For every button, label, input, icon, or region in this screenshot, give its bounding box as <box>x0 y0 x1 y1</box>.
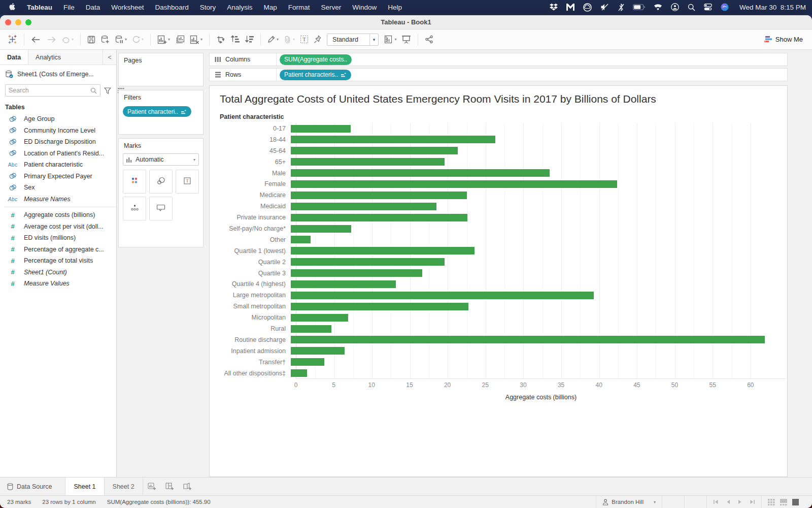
text-label-button[interactable]: T <box>297 34 311 45</box>
category-label[interactable]: Self-pay/No charge* <box>216 225 291 232</box>
bar-mark[interactable] <box>291 336 765 343</box>
bar-mark[interactable] <box>291 258 445 266</box>
show-mark-labels-button[interactable]: ▾ <box>382 34 399 45</box>
next-page-icon[interactable] <box>738 499 742 504</box>
menu-item-format[interactable]: Format <box>283 4 316 11</box>
sheet-tab-sheet-2[interactable]: Sheet 2 <box>105 478 143 495</box>
new-data-source-button[interactable] <box>98 34 112 46</box>
row-field-header[interactable]: Patient characteristic <box>216 113 786 120</box>
x-axis[interactable]: 051015202530354045505560 <box>296 378 786 390</box>
control-center-icon[interactable] <box>704 4 712 11</box>
menu-item-dashboard[interactable]: Dashboard <box>150 4 194 11</box>
category-label[interactable]: Medicaid <box>216 203 291 210</box>
data-source-item[interactable]: Sheet1 (Costs of Emerge... <box>0 65 116 83</box>
presentation-mode-button[interactable] <box>399 34 414 45</box>
chart-title[interactable]: Total Aggregate Costs of United States E… <box>216 93 787 105</box>
bar-mark[interactable] <box>291 125 351 133</box>
tab-analytics[interactable]: Analytics <box>28 50 103 65</box>
menu-item-map[interactable]: Map <box>258 4 282 11</box>
swap-rows-columns-button[interactable] <box>214 34 228 46</box>
category-label[interactable]: 18-44 <box>216 136 291 143</box>
run-update-button[interactable]: ▾ <box>129 34 146 45</box>
rows-pill[interactable]: Patient characteris.. <box>280 70 351 80</box>
sort-ascending-button[interactable] <box>228 34 242 45</box>
menu-item-help[interactable]: Help <box>382 4 408 11</box>
bar-mark[interactable] <box>291 303 468 310</box>
show-me-button[interactable]: Show Me <box>764 36 807 43</box>
show-tabs-icon[interactable] <box>792 499 799 505</box>
category-label[interactable]: Female <box>216 180 291 187</box>
bar-mark[interactable] <box>291 247 475 255</box>
bar-mark[interactable] <box>291 314 348 322</box>
category-label[interactable]: Small metropolitan <box>216 303 291 310</box>
filters-card[interactable]: Filters Patient characteri.. <box>118 90 204 135</box>
category-label[interactable]: Micropolitan <box>216 314 291 321</box>
group-members-button[interactable]: ▾ <box>281 34 297 45</box>
wifi-icon[interactable] <box>654 4 662 11</box>
category-label[interactable]: Quartile 2 <box>216 259 291 266</box>
menu-item-file[interactable]: File <box>58 4 80 11</box>
menu-item-worksheet[interactable]: Worksheet <box>106 4 149 11</box>
window-title-bar[interactable]: Tableau - Book1 <box>0 15 812 29</box>
field-item[interactable]: Location of Patient's Resid... <box>0 148 116 160</box>
bar-mark[interactable] <box>291 180 617 188</box>
bar-mark[interactable] <box>291 280 396 288</box>
previous-page-icon[interactable] <box>726 499 730 504</box>
color-button[interactable] <box>123 170 146 194</box>
replay-button[interactable]: ▾ <box>59 34 76 45</box>
bar-mark[interactable] <box>291 136 495 143</box>
tab-data[interactable]: Data <box>0 50 28 65</box>
category-label[interactable]: 45-64 <box>216 147 291 154</box>
bar-mark[interactable] <box>291 192 467 199</box>
bar-mark[interactable] <box>291 269 422 277</box>
new-story-tab-button[interactable] <box>179 478 196 495</box>
marks-card[interactable]: Marks Automatic ▾ T <box>118 138 204 247</box>
columns-shelf[interactable]: Columns SUM(Aggregate costs.. <box>209 53 788 66</box>
search-input[interactable] <box>9 87 90 94</box>
rows-shelf[interactable]: Rows Patient characteris.. <box>209 68 788 81</box>
clear-sheet-button[interactable]: ▾ <box>187 34 205 46</box>
field-item[interactable]: #Percentage of total visits <box>0 255 116 267</box>
fix-axes-button[interactable] <box>311 34 324 45</box>
category-label[interactable]: Quartile 1 (lowest) <box>216 247 291 255</box>
search-box[interactable] <box>5 84 100 97</box>
creative-cloud-icon[interactable] <box>583 3 592 12</box>
siri-icon[interactable] <box>721 3 729 11</box>
spotlight-icon[interactable] <box>688 4 695 11</box>
field-item[interactable]: AbcMeasure Names <box>0 194 116 205</box>
menu-item-tableau[interactable]: Tableau <box>21 4 58 11</box>
account-icon[interactable] <box>671 3 679 11</box>
new-worksheet-button[interactable]: ▾ <box>155 34 173 46</box>
menu-item-analysis[interactable]: Analysis <box>221 4 258 11</box>
menu-item-data[interactable]: Data <box>80 4 106 11</box>
menu-item-server[interactable]: Server <box>315 4 347 11</box>
show-sheet-sorter-icon[interactable] <box>768 499 775 505</box>
user-menu[interactable]: Brandon Hill ▾ <box>596 496 662 508</box>
bluetooth-off-icon[interactable] <box>618 4 624 11</box>
category-label[interactable]: Routine discharge <box>216 336 291 343</box>
bar-mark[interactable] <box>291 369 307 377</box>
filter-pill[interactable]: Patient characteri.. <box>123 106 191 117</box>
size-button[interactable] <box>149 170 173 194</box>
pages-card[interactable]: Pages <box>118 53 204 86</box>
category-label[interactable]: All other dispositions‡ <box>216 370 291 377</box>
menu-item-story[interactable]: Story <box>194 4 222 11</box>
undo-button[interactable] <box>28 34 44 45</box>
bar-mark[interactable] <box>291 236 311 243</box>
category-label[interactable]: Male <box>216 170 291 177</box>
field-item[interactable]: Primary Expected Payer <box>0 171 116 182</box>
bar-mark[interactable] <box>291 203 436 210</box>
field-item[interactable]: Sex <box>0 182 116 194</box>
field-item[interactable]: AbcPatient characteristic <box>0 159 116 171</box>
category-label[interactable]: Quartile 3 <box>216 270 291 277</box>
bar-mark[interactable] <box>291 225 351 233</box>
first-page-icon[interactable] <box>713 499 719 504</box>
field-item[interactable]: Age Group <box>0 113 116 125</box>
tableau-logo-icon[interactable] <box>5 33 20 46</box>
new-worksheet-tab-button[interactable] <box>143 478 161 495</box>
bar-mark[interactable] <box>291 358 324 366</box>
field-item[interactable]: #Percentage of aggregate c... <box>0 244 116 256</box>
field-item[interactable]: Community Income Level <box>0 125 116 137</box>
field-item[interactable]: ED Discharge Disposition <box>0 136 116 148</box>
category-label[interactable]: Inpatient admission <box>216 347 291 355</box>
